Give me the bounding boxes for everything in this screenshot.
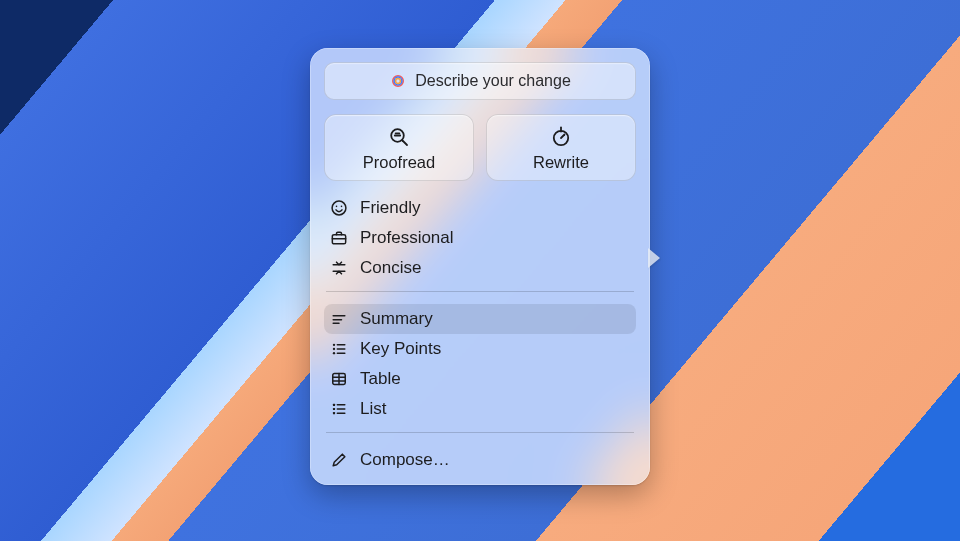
tone-professional-label: Professional [360,228,454,248]
table-icon [328,369,350,389]
format-summary[interactable]: Summary [324,304,636,334]
format-table[interactable]: Table [324,364,636,394]
tone-friendly-label: Friendly [360,198,420,218]
svg-point-11 [336,206,338,208]
compose-item[interactable]: Compose… [324,445,636,475]
writing-tools-popover: Describe your change Proofread [310,48,650,485]
compose-label: Compose… [360,450,450,470]
magnifier-icon [387,125,411,149]
proofread-label: Proofread [363,153,435,172]
svg-point-20 [333,344,335,346]
svg-point-22 [333,352,335,354]
svg-rect-31 [333,408,335,410]
rewrite-icon [549,125,573,149]
svg-point-12 [341,206,343,208]
describe-change-label: Describe your change [415,72,571,90]
svg-line-4 [403,141,408,146]
tone-friendly[interactable]: Friendly [324,193,636,223]
separator [326,291,634,292]
format-key-points[interactable]: Key Points [324,334,636,364]
format-list[interactable]: List [324,394,636,424]
briefcase-icon [328,228,350,248]
list-icon [328,399,350,419]
separator [326,432,634,433]
describe-change-button[interactable]: Describe your change [324,62,636,100]
bullets-icon [328,339,350,359]
svg-point-21 [333,348,335,350]
popover-caret [648,248,660,268]
smile-icon [328,198,350,218]
format-list-label: List [360,399,386,419]
svg-rect-32 [333,412,335,414]
rewrite-button[interactable]: Rewrite [486,114,636,181]
tone-professional[interactable]: Professional [324,223,636,253]
proofread-button[interactable]: Proofread [324,114,474,181]
svg-point-10 [332,201,346,215]
tone-concise-label: Concise [360,258,421,278]
concise-icon [328,258,350,278]
apple-intelligence-icon [389,72,407,90]
format-key-points-label: Key Points [360,339,441,359]
svg-point-2 [396,79,401,84]
pencil-icon [328,450,350,470]
svg-line-9 [561,135,565,139]
svg-rect-30 [333,404,335,406]
popover-panel: Describe your change Proofread [310,48,650,485]
format-table-label: Table [360,369,401,389]
tone-concise[interactable]: Concise [324,253,636,283]
format-summary-label: Summary [360,309,433,329]
rewrite-label: Rewrite [533,153,589,172]
summary-icon [328,309,350,329]
